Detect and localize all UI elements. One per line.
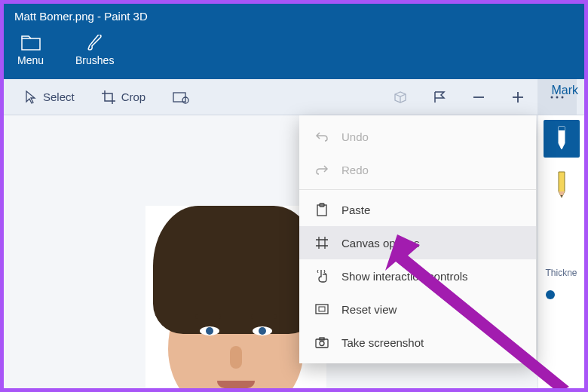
crop-icon: [102, 90, 115, 104]
magic-select-tool[interactable]: [159, 79, 203, 115]
menu-canvas-options-label: Canvas options: [341, 237, 419, 250]
flag-button[interactable]: [420, 79, 459, 115]
menu-canvas-options[interactable]: Canvas options: [299, 226, 536, 259]
svg-rect-9: [559, 127, 565, 130]
redo-icon: [314, 162, 329, 177]
marker-icon: [553, 125, 570, 152]
zoom-out-button[interactable]: [459, 79, 498, 115]
folder-icon: [20, 35, 41, 51]
zoom-in-button[interactable]: [498, 79, 537, 115]
side-panel-title: Mark: [551, 84, 578, 97]
cursor-icon: [25, 90, 37, 104]
pencil-tool[interactable]: [544, 167, 580, 204]
menu-redo-label: Redo: [341, 164, 369, 176]
menu-button[interactable]: Menu: [17, 35, 44, 66]
camera-icon: [314, 335, 329, 350]
side-panel: Mark Thickne: [537, 115, 584, 388]
brushes-label: Brushes: [75, 54, 114, 66]
svg-rect-13: [319, 307, 325, 311]
menu-separator: [299, 189, 536, 190]
menu-show-interaction-label: Show interaction controls: [341, 270, 468, 283]
brushes-button[interactable]: Brushes: [75, 35, 114, 66]
menu-redo[interactable]: Redo: [299, 153, 536, 186]
marker-tool[interactable]: [544, 120, 580, 158]
brush-icon: [84, 35, 106, 51]
menu-reset-view-label: Reset view: [341, 303, 397, 316]
paste-icon: [314, 202, 329, 217]
touch-icon: [314, 268, 329, 283]
cube-icon: [393, 90, 408, 104]
canvas-options-icon: [314, 235, 329, 250]
ribbon: Select Crop: [4, 79, 584, 115]
menu-show-interaction[interactable]: Show interaction controls: [299, 259, 536, 292]
minus-icon: [472, 90, 485, 104]
svg-rect-0: [22, 38, 40, 50]
select-tool[interactable]: Select: [11, 79, 88, 115]
crop-tool[interactable]: Crop: [88, 79, 160, 115]
menu-take-screenshot-label: Take screenshot: [341, 336, 424, 349]
svg-rect-1: [173, 93, 185, 102]
reset-view-icon: [314, 302, 329, 317]
app-window: Matt Bomer.png - Paint 3D Menu Brushes S…: [4, 4, 584, 388]
menu-reset-view[interactable]: Reset view: [299, 292, 536, 326]
plus-icon: [511, 90, 525, 104]
ribbon-right: [381, 79, 577, 115]
context-menu: Undo Redo Paste Canvas options Show int: [299, 115, 536, 363]
menu-undo[interactable]: Undo: [299, 120, 536, 153]
crop-label: Crop: [121, 90, 146, 103]
menu-paste-label: Paste: [341, 204, 370, 216]
thickness-slider[interactable]: [546, 290, 555, 299]
undo-icon: [314, 129, 329, 144]
pencil-icon: [554, 170, 569, 201]
menu-take-screenshot[interactable]: Take screenshot: [299, 326, 536, 359]
svg-rect-12: [316, 305, 328, 314]
magic-select-icon: [173, 90, 189, 104]
thickness-label: Thickne: [545, 268, 577, 278]
top-toolbar: Menu Brushes: [4, 29, 584, 71]
3d-view-button[interactable]: [381, 79, 420, 115]
svg-point-15: [320, 341, 324, 345]
flag-icon: [433, 90, 446, 104]
menu-undo-label: Undo: [341, 130, 369, 143]
titlebar: Matt Bomer.png - Paint 3D Menu Brushes: [4, 4, 584, 79]
select-label: Select: [43, 90, 75, 103]
menu-paste[interactable]: Paste: [299, 193, 536, 226]
menu-label: Menu: [17, 54, 44, 66]
window-title: Matt Bomer.png - Paint 3D: [4, 4, 584, 29]
